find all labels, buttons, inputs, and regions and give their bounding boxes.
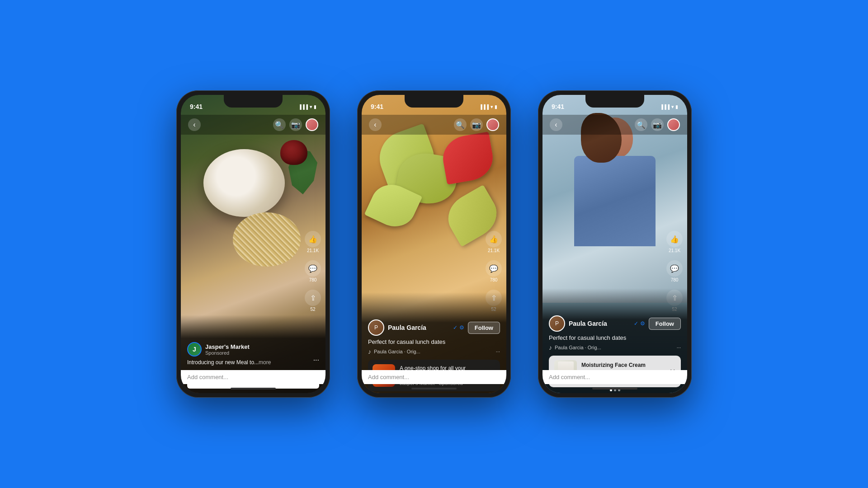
back-button-1[interactable]: ‹ <box>188 118 201 131</box>
sponsor-info-1: Jasper's Market Sponsored <box>205 343 319 356</box>
status-icons-2: ▐▐▐ ▾ ▮ <box>479 104 497 109</box>
signal-icon-3: ▐▐▐ <box>660 104 670 109</box>
user-avatar-1[interactable] <box>306 118 318 131</box>
creator-row-3: P Paula García ✓ ⚙ Follow <box>549 315 681 332</box>
likes-count-1: 21.1K <box>307 248 319 253</box>
home-indicator-1 <box>231 388 276 389</box>
camera-icon-3[interactable]: 📷 <box>651 118 664 131</box>
nav-right-1: 🔍 📷 <box>273 118 318 131</box>
user-avatar-3[interactable] <box>667 118 680 131</box>
shares-count-1: 52 <box>310 307 315 312</box>
nav-bar-1: ‹ 🔍 📷 <box>181 115 326 135</box>
comment-icon-3: 💬 <box>666 260 683 277</box>
like-button-3[interactable]: 👍 21.1K <box>666 231 683 253</box>
battery-icon-2: ▮ <box>495 104 497 109</box>
pasta-noodles <box>233 212 301 267</box>
pasta-bowl <box>203 149 285 217</box>
share-icon-1: ⇪ <box>305 290 321 306</box>
status-icons-3: ▐▐▐ ▾ ▮ <box>660 104 678 109</box>
more-options-1[interactable]: ··· <box>313 356 319 364</box>
sponsored-tag-1: Sponsored <box>205 350 319 356</box>
music-icon-3: ♪ <box>549 344 552 351</box>
creator-name-2: Paula García <box>388 324 449 331</box>
battery-icon: ▮ <box>314 104 316 109</box>
like-button-1[interactable]: 👍 21.1K <box>305 231 321 253</box>
post-caption-2: Perfect for casual lunch dates <box>368 338 500 345</box>
camera-icon-1[interactable]: 📷 <box>289 118 302 131</box>
notch-2 <box>405 95 463 108</box>
comment-button-3[interactable]: 💬 780 <box>666 260 683 282</box>
nav-right-2: 🔍 📷 <box>454 118 499 131</box>
signal-icon: ▐▐▐ <box>298 104 308 109</box>
audio-bar-2: ♪ Paula Garcia · Orig... ··· <box>368 348 500 355</box>
search-icon-1[interactable]: 🔍 <box>273 118 286 131</box>
wifi-icon-3: ▾ <box>671 104 674 109</box>
onion-decoration <box>280 140 307 165</box>
search-icon-2[interactable]: 🔍 <box>454 118 467 131</box>
home-indicator-3 <box>592 388 637 389</box>
nav-bar-3: ‹ 🔍 📷 <box>542 115 687 135</box>
status-icons-1: ▐▐▐ ▾ ▮ <box>298 104 316 109</box>
comment-button-1[interactable]: 💬 780 <box>305 260 321 282</box>
likes-count-2: 21.1K <box>488 248 500 253</box>
more-link-1[interactable]: more <box>259 359 271 366</box>
creator-avatar-2: P <box>368 319 384 336</box>
nav-bar-2: ‹ 🔍 📷 <box>362 115 506 135</box>
status-time-3: 9:41 <box>552 103 564 110</box>
dots-2[interactable]: ··· <box>496 349 500 354</box>
creator-name-3: Paula García <box>569 320 630 327</box>
verified-icon-2: ✓ ⚙ <box>453 324 464 331</box>
status-time-1: 9:41 <box>190 103 203 110</box>
creator-row-2: P Paula García ✓ ⚙ Follow <box>368 319 500 336</box>
audio-bar-3: ♪ Paula Garcia · Orig... ··· <box>549 344 681 351</box>
verified-icon-3: ✓ ⚙ <box>634 320 645 327</box>
comments-count-3: 780 <box>671 277 679 282</box>
sponsor-avatar-1: J <box>187 342 202 357</box>
notch-1 <box>224 95 283 108</box>
follow-button-2[interactable]: Follow <box>468 322 500 334</box>
likes-count-3: 21.1K <box>669 248 680 253</box>
like-icon-2: 👍 <box>486 231 502 247</box>
side-actions-1: 👍 21.1K 💬 780 ⇪ 52 <box>305 231 321 312</box>
phone-2: 9:41 ▐▐▐ ▾ ▮ ‹ 🔍 📷 👍 21.1K 💬 <box>357 90 511 398</box>
comment-button-2[interactable]: 💬 780 <box>486 260 502 282</box>
nav-right-3: 🔍 📷 <box>635 118 680 131</box>
comments-count-2: 780 <box>490 277 498 282</box>
creator-avatar-3: P <box>549 315 565 332</box>
like-icon-1: 👍 <box>305 231 321 247</box>
signal-icon-2: ▐▐▐ <box>479 104 489 109</box>
woman-figure <box>570 117 660 298</box>
music-icon-2: ♪ <box>368 348 371 355</box>
sponsor-name-1: Jasper's Market <box>205 343 319 350</box>
search-icon-3[interactable]: 🔍 <box>635 118 647 131</box>
follow-button-3[interactable]: Follow <box>649 318 681 330</box>
post-caption-3: Perfect for casual lunch dates <box>549 334 681 341</box>
status-time-2: 9:41 <box>371 103 383 110</box>
share-button-1[interactable]: ⇪ 52 <box>305 290 321 312</box>
denim-jacket <box>574 156 656 246</box>
comment-input-1[interactable]: Add comment... <box>187 374 319 380</box>
comment-bar-3: Add comment... <box>542 370 687 384</box>
camera-icon-2[interactable]: 📷 <box>470 118 483 131</box>
notch-3 <box>585 95 644 108</box>
like-button-2[interactable]: 👍 21.1K <box>486 231 502 253</box>
comment-icon-2: 💬 <box>486 260 502 277</box>
product-title-3: Moisturizing Face Cream <box>581 362 665 368</box>
comment-input-2[interactable]: Add comment... <box>368 374 500 380</box>
wifi-icon: ▾ <box>310 104 312 109</box>
back-button-2[interactable]: ‹ <box>369 118 382 131</box>
battery-icon-3: ▮ <box>675 104 678 109</box>
like-icon-3: 👍 <box>666 231 683 247</box>
comment-icon-1: 💬 <box>305 260 321 277</box>
wifi-icon-2: ▾ <box>491 104 493 109</box>
sponsor-row-1: J Jasper's Market Sponsored <box>187 342 319 357</box>
post-text-1: Introducing our new Meal to...more <box>187 359 319 366</box>
audio-label-3: Paula Garcia · Orig... <box>555 345 601 350</box>
home-indicator-2 <box>411 388 457 389</box>
phone-1: 9:41 ▐▐▐ ▾ ▮ ‹ 🔍 📷 👍 21.1K 💬 <box>176 90 330 398</box>
dots-3[interactable]: ··· <box>677 345 681 350</box>
back-button-3[interactable]: ‹ <box>550 118 562 131</box>
user-avatar-2[interactable] <box>486 118 499 131</box>
apple-slice-3 <box>439 131 496 185</box>
comment-input-3[interactable]: Add comment... <box>549 374 681 380</box>
